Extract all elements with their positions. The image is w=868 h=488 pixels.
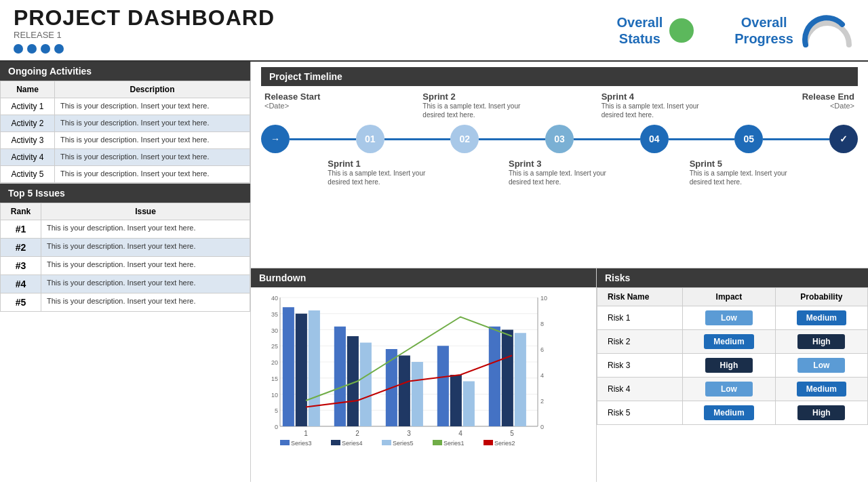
svg-text:8: 8	[540, 321, 544, 327]
activity-desc: This is your description. Insert your te…	[55, 132, 250, 149]
tl-sprint4-desc: This is a sample text. Insert your desir…	[601, 102, 710, 119]
activity-name: Activity 2	[1, 115, 55, 132]
risk-name: Risk 5	[597, 401, 683, 425]
risks-table: Risk Name Impact Probability Risk 1 Low …	[597, 287, 868, 425]
svg-rect-41	[502, 330, 513, 427]
issues-row: #4 This is your description. Insert your…	[1, 275, 250, 293]
impact-badge: High	[705, 358, 753, 373]
impact-badge: Low	[705, 310, 753, 325]
tl-release-start-name: Release Start	[264, 92, 353, 102]
prob-badge: Medium	[797, 382, 846, 396]
timeline-nodes-row: → 01 02 03 04 05 ✓	[261, 125, 858, 153]
tl-node-arrow: →	[261, 125, 290, 153]
svg-rect-43	[360, 343, 372, 427]
tl-top-sprint4: Sprint 4 This is a sample text. Insert y…	[601, 92, 710, 119]
impact-badge: Medium	[704, 405, 753, 420]
issue-desc: This is your description. Insert your te…	[41, 293, 250, 312]
risk-probability: Medium	[775, 306, 867, 330]
risk-impact: Medium	[683, 401, 775, 425]
ongoing-activities-header: Ongoing Activities	[0, 62, 250, 81]
tl-top-release-start: Release Start <Date>	[264, 92, 353, 119]
svg-text:3: 3	[407, 430, 411, 437]
tl-connector-2	[479, 138, 545, 140]
risk-impact: High	[683, 354, 775, 378]
risks-row: Risk 4 Low Medium	[597, 378, 868, 401]
header-title-area: PROJECT DASHBOARD RELEASE 1	[14, 7, 616, 54]
tl-connector-3	[574, 138, 640, 140]
svg-rect-42	[309, 310, 320, 426]
prob-badge: Medium	[797, 310, 846, 325]
issue-desc: This is your description. Insert your te…	[41, 275, 250, 293]
issue-desc: This is your description. Insert your te…	[41, 239, 250, 257]
tl-sprint1-name: Sprint 1	[328, 159, 429, 169]
tl-bottom-sprint5: Sprint 5 This is a sample text. Insert y…	[690, 159, 791, 186]
risk-probability: Low	[775, 354, 867, 378]
tl-connector-1	[384, 138, 451, 140]
top5-issues-header: Top 5 Issues	[0, 184, 250, 203]
risks-row: Risk 1 Low Medium	[597, 306, 868, 330]
svg-rect-35	[437, 346, 449, 426]
svg-rect-33	[334, 327, 346, 426]
tl-sprint5-desc: This is a sample text. Insert your desir…	[690, 169, 791, 186]
svg-rect-51	[382, 440, 391, 445]
svg-text:2: 2	[355, 430, 359, 437]
svg-rect-55	[484, 440, 493, 445]
bottom-panels: Burndown 0510152025303540024681012345Ser…	[251, 268, 868, 482]
activities-col-name: Name	[1, 81, 55, 98]
risks-header: Risks	[597, 268, 868, 287]
issues-row: #1 This is your description. Insert your…	[1, 220, 250, 239]
svg-text:Series3: Series3	[291, 440, 312, 447]
project-timeline-section: Project Timeline Release Start <Date> Sp…	[251, 62, 868, 268]
activity-desc: This is your description. Insert your te…	[55, 166, 250, 183]
risks-col-impact: Impact	[683, 288, 775, 306]
svg-text:Series5: Series5	[393, 440, 414, 447]
risk-impact: Low	[683, 378, 775, 401]
tl-node-03: 03	[545, 125, 574, 153]
activities-row: Activity 5 This is your description. Ins…	[1, 166, 250, 183]
risk-probability: High	[775, 401, 867, 425]
burndown-header: Burndown	[251, 268, 596, 287]
dot-4	[54, 44, 64, 54]
svg-text:1: 1	[304, 430, 308, 437]
tl-bottom-sprint3: Sprint 3 This is a sample text. Insert y…	[509, 159, 610, 186]
svg-rect-44	[412, 362, 423, 426]
tl-node-01: 01	[356, 125, 384, 153]
tl-sprint5-name: Sprint 5	[690, 159, 791, 169]
tl-node-02: 02	[450, 125, 479, 153]
activity-desc: This is your description. Insert your te…	[55, 115, 250, 132]
svg-rect-39	[399, 356, 410, 427]
svg-text:4: 4	[540, 372, 544, 379]
svg-text:4: 4	[458, 430, 462, 437]
activities-row: Activity 3 This is your description. Ins…	[1, 132, 250, 149]
svg-text:2: 2	[540, 398, 544, 405]
svg-text:Series4: Series4	[342, 440, 363, 447]
risks-row: Risk 2 Medium High	[597, 330, 868, 354]
prob-badge: High	[797, 334, 845, 349]
svg-rect-36	[489, 327, 500, 426]
overall-status-section: OverallStatus	[616, 14, 694, 47]
svg-text:10: 10	[271, 392, 278, 399]
risks-row: Risk 3 High Low	[597, 354, 868, 378]
risks-col-name: Risk Name	[597, 288, 683, 306]
tl-node-05: 05	[734, 125, 763, 153]
svg-rect-49	[331, 440, 340, 445]
svg-text:5: 5	[510, 430, 514, 437]
svg-text:20: 20	[271, 359, 278, 366]
issue-rank: #4	[1, 275, 41, 293]
tl-sprint3-name: Sprint 3	[509, 159, 610, 169]
tl-bottom-sprint1: Sprint 1 This is a sample text. Insert y…	[328, 159, 429, 186]
activities-row: Activity 1 This is your description. Ins…	[1, 98, 250, 115]
risk-probability: High	[775, 330, 867, 354]
ongoing-activities-section: Ongoing Activities Name Description Acti…	[0, 62, 250, 184]
activity-name: Activity 5	[1, 166, 55, 183]
svg-text:35: 35	[271, 311, 278, 318]
top5-issues-section: Top 5 Issues Rank Issue #1 This is your …	[0, 184, 250, 482]
issue-rank: #1	[1, 220, 41, 239]
tl-top-sprint2: Sprint 2 This is a sample text. Insert y…	[422, 92, 531, 119]
dot-3	[41, 44, 50, 54]
svg-rect-53	[433, 440, 442, 445]
overall-status-label: OverallStatus	[616, 14, 663, 47]
header: PROJECT DASHBOARD RELEASE 1 OverallStatu…	[0, 0, 868, 62]
tl-connector-4	[669, 138, 735, 140]
svg-rect-45	[463, 382, 475, 427]
